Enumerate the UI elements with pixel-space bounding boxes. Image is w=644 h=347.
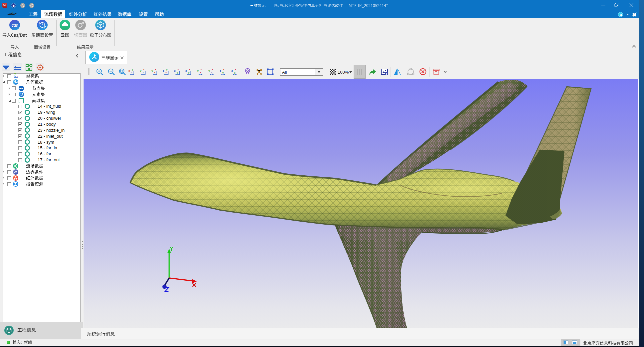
svg-text:z: z [174, 69, 175, 72]
svg-text:x: x [143, 68, 145, 71]
svg-text:y: y [177, 71, 178, 74]
svg-text:y: y [152, 69, 153, 72]
svg-text:y: y [188, 71, 190, 74]
svg-text:y: y [208, 69, 210, 72]
svg-text:x: x [17, 75, 18, 78]
svg-text:x: x [155, 68, 156, 71]
svg-text:x: x [235, 68, 236, 71]
svg-text:y: y [222, 71, 224, 74]
svg-text:x: x [223, 68, 224, 71]
svg-text:x: x [200, 68, 202, 71]
svg-text:z: z [185, 69, 187, 72]
svg-text:z: z [131, 71, 133, 74]
svg-text:x: x [165, 71, 167, 74]
svg-text:y: y [140, 69, 142, 72]
svg-text:z: z [231, 69, 233, 72]
svg-text:x: x [200, 71, 201, 74]
svg-text:x: x [189, 68, 190, 71]
svg-text:y: y [132, 68, 133, 71]
svg-text:z: z [143, 71, 144, 74]
svg-text:x: x [212, 68, 213, 71]
svg-text:x: x [177, 68, 179, 71]
svg-text:y: y [166, 68, 167, 71]
svg-text:y: y [234, 71, 236, 74]
svg-text:z: z [211, 71, 212, 74]
svg-text:x: x [154, 71, 156, 74]
svg-text:z: z [15, 75, 16, 78]
svg-text:x: x [129, 69, 130, 72]
svg-text:y: y [197, 69, 199, 72]
svg-text:z: z [220, 69, 221, 72]
svg-text:z: z [163, 69, 164, 72]
